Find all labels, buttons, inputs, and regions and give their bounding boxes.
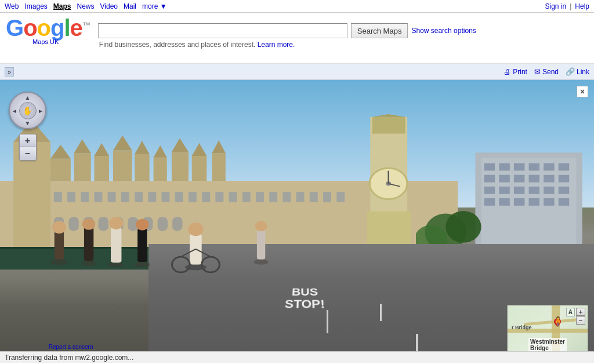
link-label: Link — [577, 68, 589, 76]
toolbar-left: » — [5, 67, 14, 77]
mini-map-a-label: A — [566, 308, 575, 316]
svg-rect-96 — [111, 227, 121, 263]
streetview-controls: ▲ ▼ ◄ ► ✋ + − — [9, 92, 46, 161]
top-nav-right-links: Sign in | Help — [545, 2, 589, 10]
nav-images[interactable]: Images — [24, 2, 47, 10]
svg-point-91 — [52, 221, 67, 234]
zoom-out-button[interactable]: − — [20, 147, 36, 160]
svg-rect-67 — [559, 163, 569, 171]
svg-rect-5 — [74, 153, 91, 181]
streetview-close-button[interactable]: × — [577, 86, 588, 97]
help-link[interactable]: Help — [575, 2, 589, 10]
svg-rect-33 — [108, 192, 116, 202]
svg-marker-6 — [74, 139, 91, 153]
nav-more[interactable]: more ▼ — [142, 2, 167, 10]
pan-right-arrow: ► — [38, 107, 44, 114]
status-bar: Transferring data from mw2.google.com... — [0, 351, 594, 363]
svg-rect-85 — [559, 198, 569, 206]
search-area: Search Maps Show search options Find bus… — [98, 16, 476, 49]
svg-rect-84 — [544, 198, 554, 206]
pan-arrows: ▲ ▼ ◄ ► — [10, 93, 45, 128]
nav-web[interactable]: Web — [5, 2, 19, 10]
learn-more-link[interactable]: Learn more. — [258, 41, 295, 49]
link-action[interactable]: 🔗 Link — [566, 67, 589, 76]
svg-rect-64 — [514, 163, 524, 171]
svg-rect-82 — [514, 198, 524, 206]
pan-down-arrow: ▼ — [25, 120, 31, 126]
svg-rect-7 — [94, 155, 109, 180]
svg-rect-81 — [499, 198, 509, 206]
svg-rect-69 — [499, 175, 509, 183]
svg-rect-37 — [162, 192, 170, 202]
toolbar-right: 🖨 Print ✉ Send 🔗 Link — [504, 67, 589, 76]
link-icon: 🔗 — [566, 67, 575, 76]
lane-marking — [327, 310, 328, 333]
send-action[interactable]: ✉ Send — [534, 67, 559, 76]
svg-rect-43 — [242, 192, 251, 202]
show-search-options-link[interactable]: Show search options — [411, 27, 476, 35]
svg-rect-83 — [528, 198, 539, 206]
svg-marker-8 — [94, 143, 109, 155]
svg-rect-68 — [484, 175, 495, 183]
mini-map-zoom-out[interactable]: − — [576, 316, 585, 325]
svg-rect-72 — [544, 175, 554, 183]
toolbar: » 🖨 Print ✉ Send 🔗 Link — [0, 64, 594, 80]
mini-map-bridge-label: r Bridge — [512, 325, 532, 330]
mini-map[interactable]: 🧍 r Bridge Westminster Bridge A + − — [507, 305, 588, 357]
street-view[interactable]: BUS STOP! ▲ ▼ ◄ ► ✋ + − × — [0, 80, 594, 363]
svg-rect-62 — [484, 163, 495, 171]
svg-rect-13 — [154, 157, 167, 180]
print-action[interactable]: 🖨 Print — [504, 67, 527, 76]
nav-maps[interactable]: Maps — [53, 2, 71, 10]
sign-in-link[interactable]: Sign in — [545, 2, 566, 10]
svg-rect-3 — [50, 158, 71, 180]
svg-point-103 — [189, 223, 204, 236]
svg-point-95 — [108, 262, 124, 267]
mini-map-location-label: Westminster Bridge — [528, 338, 567, 352]
send-label: Send — [542, 68, 559, 76]
svg-rect-9 — [113, 150, 132, 181]
header: Google™ Maps UK Search Maps Show search … — [0, 13, 594, 64]
logo-area: Google™ Maps UK — [6, 16, 90, 45]
mini-map-zoom-in[interactable]: + — [576, 308, 585, 316]
svg-rect-30 — [67, 192, 75, 202]
search-button[interactable]: Search Maps — [351, 23, 408, 38]
svg-rect-74 — [484, 187, 495, 194]
nav-mail[interactable]: Mail — [124, 2, 136, 10]
top-navigation: Web Images Maps News Video Mail more ▼ S… — [0, 0, 594, 13]
svg-point-87 — [446, 211, 481, 243]
svg-rect-63 — [499, 163, 509, 171]
collapse-button[interactable]: » — [5, 67, 14, 77]
svg-rect-93 — [84, 227, 93, 261]
nav-news[interactable]: News — [77, 2, 95, 10]
svg-rect-50 — [336, 192, 345, 202]
bus-stop-marking: BUS STOP! — [284, 286, 325, 311]
maps-uk-label[interactable]: Maps UK — [32, 38, 59, 45]
svg-rect-19 — [212, 153, 226, 181]
svg-rect-31 — [81, 192, 89, 202]
svg-rect-70 — [514, 175, 524, 183]
pan-control[interactable]: ▲ ▼ ◄ ► ✋ — [9, 92, 46, 129]
svg-rect-77 — [528, 187, 539, 194]
svg-rect-49 — [323, 192, 331, 202]
svg-point-89 — [51, 259, 68, 265]
svg-point-98 — [135, 262, 150, 267]
svg-marker-14 — [154, 145, 167, 157]
svg-rect-78 — [544, 187, 554, 194]
svg-rect-48 — [310, 192, 318, 202]
svg-rect-42 — [229, 192, 237, 202]
mini-map-zoom-controls: + − — [576, 308, 585, 325]
svg-rect-75 — [499, 187, 509, 194]
svg-rect-38 — [175, 192, 183, 202]
search-hint: Find businesses, addresses and places of… — [99, 41, 476, 49]
svg-marker-16 — [172, 138, 189, 152]
svg-rect-29 — [54, 192, 62, 202]
svg-rect-79 — [559, 187, 569, 194]
zoom-in-button[interactable]: + — [20, 134, 36, 147]
search-input[interactable] — [98, 23, 347, 38]
report-concern-link[interactable]: Report a concern — [49, 344, 93, 350]
print-icon: 🖨 — [504, 67, 511, 76]
copyright-notice: © 2009 Google Report a concern — [5, 344, 93, 350]
nav-video[interactable]: Video — [100, 2, 118, 10]
svg-rect-35 — [135, 192, 143, 202]
